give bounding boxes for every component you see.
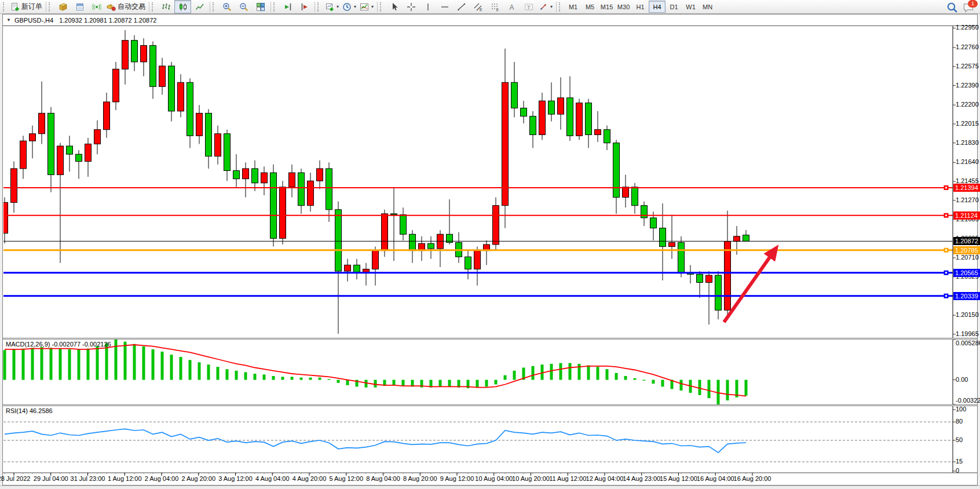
time-axis-label: 31 Jul 23:00 xyxy=(71,475,105,482)
price-badge-1.20872: 1.20872 xyxy=(953,237,980,245)
rsi-indicator-label: RSI(14) 46.2586 xyxy=(6,407,53,414)
time-axis-label: 8 Aug 04:00 xyxy=(366,475,400,482)
time-axis-label: 14 Aug 23:00 xyxy=(623,475,660,482)
price-tick-label: 1.22760 xyxy=(956,43,979,50)
rsi-tick-label: 15 xyxy=(956,458,963,465)
macd-panel-separator[interactable] xyxy=(3,338,977,340)
time-axis-label: 16 Aug 20:00 xyxy=(734,475,771,482)
time-axis-label: 5 Aug 12:00 xyxy=(329,475,363,482)
time-axis-label: 1 Aug 12:00 xyxy=(108,475,142,482)
rsi-tick-label: 80 xyxy=(956,418,963,425)
price-tick-label: 1.21830 xyxy=(956,139,979,146)
rsi-panel-separator[interactable] xyxy=(3,404,977,406)
time-axis-label: 2 Aug 04:00 xyxy=(145,475,179,482)
price-badge-1.20339: 1.20339 xyxy=(953,292,980,300)
time-axis-label: 28 Jul 2022 xyxy=(0,475,30,482)
time-axis-label: 4 Aug 20:00 xyxy=(292,475,327,482)
chart-title-bar: ▼ GBPUSD-,H4 1.20932 1.20981 1.20872 1.2… xyxy=(3,14,977,26)
price-tick-label: 1.21640 xyxy=(956,158,979,165)
time-axis-label: 29 Jul 04:00 xyxy=(34,475,68,482)
mt4-window: 新订单自动交易▾▾▾EFAT▾M1M5M15M30H1H4D1W1MN1 ▼ G… xyxy=(0,0,980,489)
macd-indicator-label: MACD(12,26,9) -0.002077 -0.002126 xyxy=(6,341,111,348)
price-tick-label: 1.21270 xyxy=(956,196,979,203)
time-axis-label: 15 Aug 12:00 xyxy=(660,475,697,482)
time-axis-label: 16 Aug 04:00 xyxy=(697,475,734,482)
time-axis-label: 3 Aug 12:00 xyxy=(218,475,253,482)
rsi-tick-label: 0 xyxy=(956,467,959,474)
time-axis-label: 12 Aug 04:00 xyxy=(586,475,624,482)
time-axis-label: 11 Aug 12:00 xyxy=(549,475,586,482)
price-tick-label: 1.20150 xyxy=(956,311,979,318)
status-bar xyxy=(0,486,980,489)
rsi-tick-label: 100 xyxy=(956,406,966,413)
price-tick-label: 1.20710 xyxy=(956,254,979,261)
macd-tick-label: -0.003223 xyxy=(956,397,980,404)
price-tick-label: 1.22950 xyxy=(956,24,979,31)
time-axis-label: 2 Aug 20:00 xyxy=(181,475,215,482)
time-axis-label: 8 Aug 20:00 xyxy=(403,475,437,482)
macd-tick-label: 0.00 xyxy=(956,376,968,383)
collapse-icon[interactable]: ▼ xyxy=(6,17,11,23)
price-tick-label: 1.22200 xyxy=(956,101,979,108)
price-badge-1.21394: 1.21394 xyxy=(953,184,980,192)
macd-tick-label: 0.005286 xyxy=(956,340,980,346)
chart-ohlc-values: 1.20932 1.20981 1.20872 1.20872 xyxy=(59,17,156,24)
price-tick-label: 1.22015 xyxy=(956,120,979,127)
rsi-tick-label: 50 xyxy=(956,436,963,443)
price-badge-1.20565: 1.20565 xyxy=(953,269,980,277)
chart-symbol-period: GBPUSD-,H4 xyxy=(14,17,53,24)
time-axis-label: 10 Aug 20:00 xyxy=(512,475,550,482)
price-tick-label: 1.22390 xyxy=(956,82,979,89)
time-axis-label: 4 Aug 04:00 xyxy=(255,475,290,482)
price-tick-label: 1.19965 xyxy=(956,330,979,337)
time-axis-label: 9 Aug 12:00 xyxy=(440,475,474,482)
price-badge-1.21124: 1.21124 xyxy=(953,211,980,220)
time-axis-label: 10 Aug 04:00 xyxy=(475,475,513,482)
chart-canvas[interactable] xyxy=(0,0,980,489)
price-badge-1.20785: 1.20785 xyxy=(953,246,980,254)
price-tick-label: 1.22575 xyxy=(956,63,979,70)
